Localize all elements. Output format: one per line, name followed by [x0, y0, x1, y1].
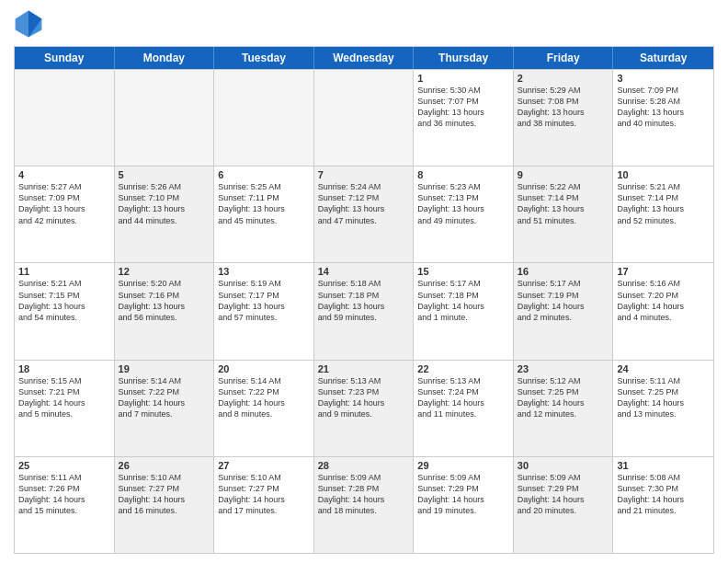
day-number: 19	[119, 363, 210, 374]
day-number: 20	[218, 363, 310, 374]
cell-info: Sunrise: 5:20 AM Sunset: 7:16 PM Dayligh…	[119, 278, 210, 323]
calendar-row: 11Sunrise: 5:21 AM Sunset: 7:15 PM Dayli…	[15, 262, 713, 359]
cell-info: Sunrise: 5:13 AM Sunset: 7:23 PM Dayligh…	[318, 375, 410, 420]
day-number: 9	[518, 169, 609, 180]
cell-info: Sunrise: 5:11 AM Sunset: 7:26 PM Dayligh…	[18, 472, 110, 517]
calendar-cell: 24Sunrise: 5:11 AM Sunset: 7:25 PM Dayli…	[613, 361, 713, 456]
weekday-header: Saturday	[613, 47, 713, 69]
calendar-cell: 20Sunrise: 5:14 AM Sunset: 7:22 PM Dayli…	[214, 361, 314, 456]
day-number: 8	[417, 169, 509, 180]
day-number: 24	[617, 363, 710, 374]
calendar-cell: 15Sunrise: 5:17 AM Sunset: 7:18 PM Dayli…	[414, 263, 514, 359]
calendar-cell: 9Sunrise: 5:22 AM Sunset: 7:14 PM Daylig…	[514, 167, 614, 262]
cell-info: Sunrise: 5:13 AM Sunset: 7:24 PM Dayligh…	[417, 375, 509, 420]
calendar-cell	[115, 70, 215, 166]
day-number: 6	[218, 169, 310, 180]
calendar-cell	[15, 70, 115, 166]
cell-info: Sunset: 7:09 PM Sunrise: 5:28 AM Dayligh…	[617, 85, 710, 130]
cell-info: Sunrise: 5:14 AM Sunset: 7:22 PM Dayligh…	[218, 375, 310, 420]
logo-icon	[14, 9, 43, 39]
day-number: 3	[617, 73, 710, 84]
cell-info: Sunrise: 5:21 AM Sunset: 7:15 PM Dayligh…	[18, 278, 110, 323]
calendar-cell: 1Sunrise: 5:30 AM Sunset: 7:07 PM Daylig…	[414, 70, 514, 166]
day-number: 12	[119, 266, 210, 277]
calendar: SundayMondayTuesdayWednesdayThursdayFrid…	[14, 46, 714, 554]
day-number: 4	[18, 169, 110, 180]
cell-info: Sunrise: 5:09 AM Sunset: 7:28 PM Dayligh…	[318, 472, 410, 517]
weekday-header: Sunday	[15, 47, 115, 69]
cell-info: Sunrise: 5:09 AM Sunset: 7:29 PM Dayligh…	[417, 472, 509, 517]
calendar-cell: 26Sunrise: 5:10 AM Sunset: 7:27 PM Dayli…	[115, 457, 215, 553]
calendar-cell	[214, 70, 314, 166]
calendar-cell: 25Sunrise: 5:11 AM Sunset: 7:26 PM Dayli…	[15, 457, 115, 553]
cell-info: Sunrise: 5:10 AM Sunset: 7:27 PM Dayligh…	[119, 472, 210, 517]
cell-info: Sunrise: 5:14 AM Sunset: 7:22 PM Dayligh…	[119, 375, 210, 420]
cell-info: Sunrise: 5:24 AM Sunset: 7:12 PM Dayligh…	[318, 181, 410, 226]
day-number: 7	[318, 169, 410, 180]
header	[14, 9, 714, 39]
cell-info: Sunrise: 5:11 AM Sunset: 7:25 PM Dayligh…	[617, 375, 710, 420]
cell-info: Sunrise: 5:18 AM Sunset: 7:18 PM Dayligh…	[318, 278, 410, 323]
calendar-cell: 30Sunrise: 5:09 AM Sunset: 7:29 PM Dayli…	[514, 457, 614, 553]
day-number: 5	[119, 169, 210, 180]
calendar-cell: 31Sunrise: 5:08 AM Sunset: 7:30 PM Dayli…	[613, 457, 713, 553]
cell-info: Sunrise: 5:10 AM Sunset: 7:27 PM Dayligh…	[218, 472, 310, 517]
calendar-cell: 12Sunrise: 5:20 AM Sunset: 7:16 PM Dayli…	[115, 263, 215, 359]
day-number: 1	[417, 73, 509, 84]
day-number: 29	[417, 460, 509, 471]
day-number: 18	[18, 363, 110, 374]
calendar-cell: 7Sunrise: 5:24 AM Sunset: 7:12 PM Daylig…	[314, 167, 415, 262]
calendar-cell: 8Sunrise: 5:23 AM Sunset: 7:13 PM Daylig…	[414, 167, 514, 262]
cell-info: Sunrise: 5:17 AM Sunset: 7:19 PM Dayligh…	[518, 278, 609, 323]
calendar-cell: 29Sunrise: 5:09 AM Sunset: 7:29 PM Dayli…	[414, 457, 514, 553]
day-number: 17	[617, 266, 710, 277]
cell-info: Sunrise: 5:15 AM Sunset: 7:21 PM Dayligh…	[18, 375, 110, 420]
weekday-header: Wednesday	[314, 47, 415, 69]
cell-info: Sunrise: 5:19 AM Sunset: 7:17 PM Dayligh…	[218, 278, 310, 323]
cell-info: Sunrise: 5:22 AM Sunset: 7:14 PM Dayligh…	[518, 181, 609, 226]
weekday-header: Friday	[514, 47, 614, 69]
logo	[14, 9, 47, 39]
calendar-cell: 16Sunrise: 5:17 AM Sunset: 7:19 PM Dayli…	[514, 263, 614, 359]
day-number: 14	[318, 266, 410, 277]
calendar-cell: 13Sunrise: 5:19 AM Sunset: 7:17 PM Dayli…	[214, 263, 314, 359]
cell-info: Sunrise: 5:09 AM Sunset: 7:29 PM Dayligh…	[518, 472, 609, 517]
day-number: 26	[119, 460, 210, 471]
cell-info: Sunrise: 5:30 AM Sunset: 7:07 PM Dayligh…	[417, 85, 509, 130]
calendar-cell: 18Sunrise: 5:15 AM Sunset: 7:21 PM Dayli…	[15, 361, 115, 456]
calendar-cell: 6Sunrise: 5:25 AM Sunset: 7:11 PM Daylig…	[214, 167, 314, 262]
weekday-header: Tuesday	[214, 47, 314, 69]
cell-info: Sunrise: 5:17 AM Sunset: 7:18 PM Dayligh…	[417, 278, 509, 323]
day-number: 21	[318, 363, 410, 374]
calendar-cell: 21Sunrise: 5:13 AM Sunset: 7:23 PM Dayli…	[314, 361, 415, 456]
cell-info: Sunrise: 5:08 AM Sunset: 7:30 PM Dayligh…	[617, 472, 710, 517]
cell-info: Sunrise: 5:21 AM Sunset: 7:14 PM Dayligh…	[617, 181, 710, 226]
calendar-body: 1Sunrise: 5:30 AM Sunset: 7:07 PM Daylig…	[15, 69, 713, 553]
day-number: 31	[617, 460, 710, 471]
day-number: 23	[518, 363, 609, 374]
day-number: 2	[518, 73, 609, 84]
calendar-cell: 17Sunrise: 5:16 AM Sunset: 7:20 PM Dayli…	[613, 263, 713, 359]
calendar-cell: 3Sunset: 7:09 PM Sunrise: 5:28 AM Daylig…	[613, 70, 713, 166]
day-number: 15	[417, 266, 509, 277]
weekday-header: Monday	[115, 47, 215, 69]
calendar-cell: 19Sunrise: 5:14 AM Sunset: 7:22 PM Dayli…	[115, 361, 215, 456]
calendar-row: 4Sunrise: 5:27 AM Sunset: 7:09 PM Daylig…	[15, 166, 713, 262]
day-number: 10	[617, 169, 710, 180]
day-number: 27	[218, 460, 310, 471]
day-number: 13	[218, 266, 310, 277]
cell-info: Sunrise: 5:25 AM Sunset: 7:11 PM Dayligh…	[218, 181, 310, 226]
weekday-header: Thursday	[414, 47, 514, 69]
calendar-row: 1Sunrise: 5:30 AM Sunset: 7:07 PM Daylig…	[15, 69, 713, 166]
calendar-cell: 14Sunrise: 5:18 AM Sunset: 7:18 PM Dayli…	[314, 263, 415, 359]
calendar-row: 25Sunrise: 5:11 AM Sunset: 7:26 PM Dayli…	[15, 456, 713, 553]
cell-info: Sunrise: 5:16 AM Sunset: 7:20 PM Dayligh…	[617, 278, 710, 323]
calendar-cell: 23Sunrise: 5:12 AM Sunset: 7:25 PM Dayli…	[514, 361, 614, 456]
day-number: 22	[417, 363, 509, 374]
calendar-row: 18Sunrise: 5:15 AM Sunset: 7:21 PM Dayli…	[15, 360, 713, 456]
cell-info: Sunrise: 5:12 AM Sunset: 7:25 PM Dayligh…	[518, 375, 609, 420]
calendar-cell: 22Sunrise: 5:13 AM Sunset: 7:24 PM Dayli…	[414, 361, 514, 456]
calendar-cell: 5Sunrise: 5:26 AM Sunset: 7:10 PM Daylig…	[115, 167, 215, 262]
day-number: 16	[518, 266, 609, 277]
calendar-cell: 28Sunrise: 5:09 AM Sunset: 7:28 PM Dayli…	[314, 457, 415, 553]
